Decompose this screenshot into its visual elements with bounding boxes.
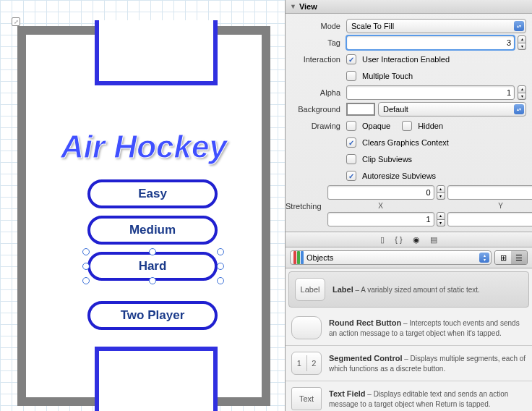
hidden-checkbox[interactable] [402,121,412,131]
selection-handle[interactable] [149,277,156,284]
label-icon: Label [295,278,325,301]
media-icon[interactable]: ▤ [430,235,437,245]
canvas-area[interactable]: ⤢ Air Hockey Easy Medium Hard Two Player [0,0,285,411]
tag-input[interactable] [346,35,515,50]
grid-view-icon[interactable]: ⊞ [495,251,511,264]
alpha-input[interactable] [346,85,515,100]
selection-handle[interactable] [217,248,224,255]
selection-handle[interactable] [82,277,90,284]
autoresize-checkbox[interactable]: ✓ [346,171,356,181]
mode-select[interactable]: Scale To Fill ▴▾ [346,19,526,33]
view-section-header[interactable]: ▼ View [286,0,532,14]
drawing-label: Drawing [286,122,346,130]
opaque-checkbox[interactable] [346,121,356,131]
library-item-segmented-control[interactable]: 12 Segmented Control – Displays multiple… [286,346,532,381]
user-interaction-checkbox[interactable]: ✓ [346,54,356,64]
resize-handle-icon[interactable]: ⤢ [12,17,20,26]
library-item-text-field[interactable]: Text Text Field – Displays editable text… [286,381,532,411]
easy-button[interactable]: Easy [87,179,218,208]
text-field-icon: Text [291,387,322,410]
inspector-panel: ▼ View Mode Scale To Fill ▴▾ Tag ▴▾ Inte… [285,0,532,411]
file-template-icon[interactable]: ▯ [380,235,385,245]
selection-handle[interactable] [149,248,156,255]
stretching-label: Stretching [286,202,327,211]
library-view-toggle[interactable]: ⊞ ☰ [494,250,528,265]
stretch-x-input[interactable] [327,185,434,200]
attributes-body: Mode Scale To Fill ▴▾ Tag ▴▾ Interaction… [286,14,532,232]
library-filter-select[interactable]: Objects ▴▾ [290,250,492,265]
library-item-label[interactable]: Label Label – A variably sized amount of… [288,271,529,308]
goal-bottom[interactable] [95,347,218,411]
alpha-label: Alpha [286,88,346,97]
goal-top[interactable] [95,20,218,85]
root-view[interactable]: Air Hockey Easy Medium Hard Two Player [17,26,270,406]
tag-stepper[interactable]: ▴▾ [518,35,526,50]
game-title-label[interactable]: Air Hockey [26,129,262,165]
clears-graphics-checkbox[interactable]: ✓ [346,137,356,148]
updown-arrows-icon: ▴▾ [514,21,524,31]
stretch-h-input[interactable] [447,212,532,226]
library-item-round-rect-button[interactable]: Round Rect Button – Intercepts touch eve… [286,310,532,346]
stretch-y-input[interactable] [447,185,532,200]
two-player-button[interactable]: Two Player [87,301,218,330]
disclosure-triangle-icon[interactable]: ▼ [290,3,296,10]
alpha-stepper[interactable]: ▴▾ [518,85,526,100]
multiple-touch-checkbox-label: Multiple Touch [362,72,413,80]
object-library-list[interactable]: Label Label – A variably sized amount of… [286,268,532,411]
list-view-icon[interactable]: ☰ [511,251,527,264]
round-rect-button-icon [291,316,322,339]
hard-button[interactable]: Hard [87,252,218,281]
selection-handle[interactable] [217,277,224,284]
section-title: View [299,2,317,11]
multiple-touch-checkbox[interactable] [346,71,356,81]
mode-label: Mode [286,22,346,30]
selection-handle[interactable] [217,263,224,270]
background-select[interactable]: Default ▴▾ [378,102,526,116]
library-mode-toolbar: ▯ { } ◉ ▤ [286,232,532,247]
updown-arrows-icon: ▴▾ [514,104,524,114]
segmented-control-icon: 12 [291,352,322,375]
books-icon [293,251,304,264]
object-icon[interactable]: ◉ [413,235,420,245]
updown-arrows-icon: ▴▾ [479,253,489,263]
clip-subviews-checkbox[interactable] [346,154,356,164]
medium-button[interactable]: Medium [87,216,218,245]
selection-handle[interactable] [82,248,90,255]
stretch-w-input[interactable] [327,212,434,226]
selection-handle[interactable] [82,263,90,270]
tag-label: Tag [286,38,346,47]
code-snippet-icon[interactable]: { } [395,235,402,244]
background-color-well[interactable] [346,103,375,116]
user-interaction-checkbox-label: User Interaction Enabled [362,55,450,64]
stretch-x-stepper[interactable]: ▴▾ [437,185,445,200]
library-header: Objects ▴▾ ⊞ ☰ [286,247,532,268]
background-label: Background [286,105,346,114]
interaction-label: Interaction [286,55,346,64]
stretch-w-stepper[interactable]: ▴▾ [437,212,445,226]
